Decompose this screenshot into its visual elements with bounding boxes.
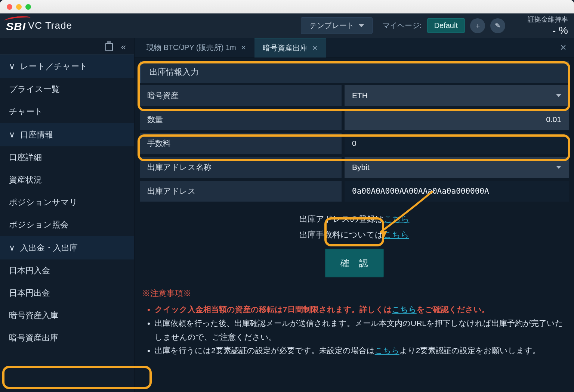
note1-link[interactable]: こちら: [392, 305, 417, 314]
collapse-sidebar-icon[interactable]: [121, 42, 126, 52]
margin-ratio-box: 証拠金維持率 - %: [528, 15, 568, 37]
maximize-window-icon[interactable]: [25, 4, 31, 10]
qty-label: 数量: [140, 109, 342, 130]
withdraw-panel: 出庫情報入力 暗号資産 ETH 数量 0.01 手数料 0: [135, 57, 574, 365]
note-item-1: クイック入金相当額の資産の移転は7日間制限されます。詳しくはこちらをご確認くださ…: [155, 303, 569, 317]
close-icon[interactable]: ✕: [241, 44, 246, 52]
chevron-down-icon: ∨: [9, 243, 15, 253]
tab-label: 暗号資産出庫: [263, 43, 308, 53]
app-topbar: SBI VC Trade テンプレート マイページ: Default ＋ ✎ 証…: [0, 13, 574, 38]
link-line1-text: 出庫アドレスの登録は: [299, 214, 384, 224]
sidebar-item-jpy-withdraw[interactable]: 日本円出金: [0, 282, 134, 304]
confirm-button[interactable]: 確 認: [325, 249, 384, 278]
fee-value: 0: [352, 139, 357, 148]
addr-label: 出庫アドレス: [140, 181, 342, 202]
workspace-default-button[interactable]: Default: [427, 18, 465, 33]
template-label: テンプレート: [309, 21, 354, 31]
fee-info-link[interactable]: こちら: [383, 230, 409, 239]
addr-value-box: 0a00A0A000AA00AAa0Aa0a000000A: [345, 181, 569, 202]
add-workspace-button[interactable]: ＋: [470, 18, 485, 33]
sidebar-section-label: 入出金・入出庫: [20, 242, 78, 253]
qty-input[interactable]: 0.01: [345, 109, 569, 130]
minimize-window-icon[interactable]: [16, 4, 22, 10]
sidebar-item-crypto-withdraw[interactable]: 暗号資産出庫: [0, 327, 134, 349]
link-line2-text: 出庫手数料については: [299, 230, 383, 239]
close-icon[interactable]: ✕: [312, 44, 318, 52]
asset-value: ETH: [352, 91, 368, 100]
sidebar-section-rate-chart[interactable]: ∨ レート／チャート: [0, 55, 134, 78]
note-item-2: 出庫依頼を行った後、出庫確認メールが送信されます。メール本文内のURLを押下しな…: [155, 317, 569, 344]
template-dropdown[interactable]: テンプレート: [301, 17, 373, 34]
sidebar: ∨ レート／チャート プライス一覧 チャート ∨ 口座情報 口座詳細 資産状況 …: [0, 38, 135, 392]
sidebar-item-asset-status[interactable]: 資産状況: [0, 169, 134, 191]
note3-text-b: より2要素認証の設定をお願いします。: [399, 346, 541, 355]
row-address-name: 出庫アドレス名称 Bybit: [140, 157, 569, 178]
tab-bar: 現物 BTC/JPY (販売所) 1m ✕ 暗号資産出庫 ✕ ✕: [135, 38, 574, 57]
notes-title: ※注意事項※: [142, 288, 569, 299]
fee-value-box: 0: [345, 133, 569, 154]
sidebar-section-label: 口座情報: [20, 129, 53, 140]
asset-label: 暗号資産: [140, 85, 342, 106]
panel-header: 出庫情報入力: [140, 61, 569, 83]
note-item-3: 出庫を行うには2要素認証の設定が必要です。未設定の場合はこちらより2要素認証の設…: [155, 344, 569, 358]
sidebar-item-chart[interactable]: チャート: [0, 100, 134, 123]
sidebar-section-account[interactable]: ∨ 口座情報: [0, 123, 134, 146]
chevron-down-icon: [556, 94, 561, 97]
sidebar-item-price-list[interactable]: プライス一覧: [0, 78, 134, 100]
trash-icon[interactable]: [105, 43, 113, 51]
asset-select[interactable]: ETH: [345, 85, 569, 106]
tab-crypto-withdraw[interactable]: 暗号資産出庫 ✕: [254, 38, 326, 57]
addr-value: 0a00A0A000AA00AAa0Aa0a000000A: [352, 187, 489, 196]
addrname-select[interactable]: Bybit: [345, 157, 569, 178]
row-asset: 暗号資産 ETH: [140, 85, 569, 106]
sidebar-section-deposit-withdraw[interactable]: ∨ 入出金・入出庫: [0, 236, 134, 259]
sidebar-item-position-query[interactable]: ポジション照会: [0, 214, 134, 236]
app-logo: SBI VC Trade: [6, 19, 72, 33]
tab-btc-jpy[interactable]: 現物 BTC/JPY (販売所) 1m ✕: [138, 38, 254, 57]
notes-list: クイック入金相当額の資産の移転は7日間制限されます。詳しくはこちらをご確認くださ…: [140, 303, 569, 358]
sidebar-item-crypto-deposit[interactable]: 暗号資産入庫: [0, 304, 134, 327]
chevron-down-icon: [556, 166, 561, 169]
sidebar-item-jpy-deposit[interactable]: 日本円入金: [0, 259, 134, 282]
row-quantity: 数量 0.01: [140, 109, 569, 130]
chevron-down-icon: ∨: [9, 62, 15, 71]
edit-workspace-button[interactable]: ✎: [490, 18, 505, 33]
close-window-icon[interactable]: [7, 4, 12, 10]
note1-text-b: をご確認ください。: [417, 305, 490, 314]
links-area: 出庫アドレスの登録はこちら 出庫手数料についてはこちら 確 認: [140, 211, 569, 277]
qty-value: 0.01: [546, 115, 561, 124]
chevron-down-icon: [359, 24, 364, 27]
tab-label: 現物 BTC/JPY (販売所) 1m: [146, 43, 236, 53]
note3-text-a: 出庫を行うには2要素認証の設定が必要です。未設定の場合は: [155, 346, 375, 355]
edit-icon: ✎: [495, 21, 501, 30]
content-area: 現物 BTC/JPY (販売所) 1m ✕ 暗号資産出庫 ✕ ✕ 出庫情報入力 …: [135, 38, 574, 392]
note1-text-a: クイック入金相当額の資産の移転は7日間制限されます。詳しくは: [155, 305, 392, 314]
logo-vctrade: VC Trade: [28, 20, 72, 31]
sidebar-section-label: レート／チャート: [20, 61, 88, 72]
margin-value: - %: [528, 25, 568, 37]
addrname-value: Bybit: [352, 163, 370, 172]
window-titlebar: [0, 0, 574, 13]
fee-label: 手数料: [140, 133, 342, 154]
chevron-down-icon: ∨: [9, 130, 15, 140]
addrname-label: 出庫アドレス名称: [140, 157, 342, 178]
row-address: 出庫アドレス 0a00A0A000AA00AAa0Aa0a000000A: [140, 181, 569, 202]
register-address-link[interactable]: こちら: [384, 214, 410, 224]
margin-label: 証拠金維持率: [528, 15, 568, 24]
sidebar-item-position-summary[interactable]: ポジションサマリ: [0, 191, 134, 214]
mypage-label: マイページ:: [382, 21, 422, 31]
plus-icon: ＋: [474, 21, 481, 31]
note3-link[interactable]: こちら: [375, 346, 399, 355]
row-fee: 手数料 0: [140, 133, 569, 154]
sidebar-item-account-detail[interactable]: 口座詳細: [0, 146, 134, 169]
close-all-tabs-icon[interactable]: ✕: [560, 43, 567, 53]
